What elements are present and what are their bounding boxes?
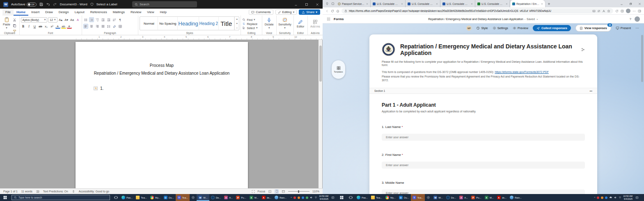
select-button[interactable]: Select▾ <box>242 26 260 30</box>
style-heading2[interactable]: Heading 2 <box>199 17 219 30</box>
focus-button[interactable]: Focus <box>258 190 266 193</box>
italic-icon[interactable]: I <box>27 24 32 29</box>
find-button[interactable]: Find▾ <box>242 18 260 21</box>
browser-tab-2[interactable]: U.S. Consulate General Melbou... <box>371 0 406 7</box>
tab-actions-icon[interactable] <box>331 2 335 5</box>
accessibility-status[interactable]: Accessibility: Good to go <box>79 190 109 193</box>
chevron-down-icon[interactable]: ⌄ <box>536 17 539 21</box>
restore-icon[interactable] <box>626 0 635 7</box>
word-search-input[interactable] <box>140 2 195 6</box>
browser-menu-icon[interactable] <box>633 9 636 13</box>
pilcrow-icon[interactable]: ¶ <box>118 17 123 22</box>
minimize-icon[interactable] <box>617 0 626 7</box>
home-icon[interactable] <box>336 9 339 13</box>
replace-button[interactable]: Replace <box>242 22 260 25</box>
start-button-secondary[interactable] <box>337 194 347 201</box>
close-tab-icon[interactable] <box>401 3 403 5</box>
ds3072-link[interactable]: https://eforms.state.gov/Forms/ds3072.PD… <box>495 71 548 73</box>
first-name-input[interactable] <box>382 162 585 169</box>
preview-button[interactable]: Preview <box>513 26 528 30</box>
print-layout-icon[interactable] <box>275 190 279 194</box>
tab-layout[interactable]: Layout <box>72 9 87 16</box>
numbering-icon[interactable] <box>89 17 94 22</box>
style-no-spacing[interactable]: No Spacing <box>158 17 178 30</box>
bullets-icon[interactable] <box>83 17 88 22</box>
close-tab-icon[interactable] <box>436 3 438 5</box>
tab-home[interactable]: Home <box>14 9 28 16</box>
decrease-indent-icon[interactable] <box>101 17 105 22</box>
clear-formatting-icon[interactable]: A <box>76 17 80 22</box>
toolbar-more-icon[interactable] <box>635 26 639 30</box>
taskbar-app-a[interactable]: AA... <box>458 194 470 201</box>
taskbar-app-word[interactable]: WW... <box>197 194 209 201</box>
cut-icon[interactable] <box>12 17 17 22</box>
proofing-icon[interactable] <box>36 190 39 193</box>
doc-list-item[interactable]: 1. <box>94 86 248 91</box>
tray-icon[interactable] <box>298 196 300 199</box>
align-left-icon[interactable] <box>83 24 88 29</box>
branch-icon[interactable] <box>581 48 585 52</box>
browser-profile-avatar[interactable] <box>626 9 630 13</box>
hidden-icons-chevron[interactable]: ^ <box>594 196 595 199</box>
tab-design[interactable]: Design <box>56 9 72 16</box>
document-page[interactable]: Process Map Repatriation / Emergency Med… <box>76 42 248 188</box>
autosave-switch[interactable]: Off <box>27 2 37 7</box>
web-layout-icon[interactable] <box>282 190 285 193</box>
browser-tab-3[interactable]: U.S. Consulate General Melbou... <box>406 0 440 7</box>
align-right-icon[interactable] <box>95 24 100 29</box>
tab-mailings[interactable]: Mailings <box>110 9 128 16</box>
style-heading1[interactable]: Heading <box>178 17 199 30</box>
browser-tab-5[interactable]: U.S. Consulate General Melbou... <box>475 0 510 7</box>
volume-icon[interactable] <box>310 196 313 199</box>
tab-references[interactable]: References <box>87 9 110 16</box>
onedrive-icon[interactable] <box>609 196 612 199</box>
read-aloud-icon[interactable] <box>602 9 605 13</box>
close-tab-icon[interactable] <box>366 3 368 5</box>
new-tab-icon[interactable] <box>548 2 550 5</box>
taskbar-app-weather[interactable]: Rain... <box>508 194 523 201</box>
volume-icon[interactable] <box>614 196 617 199</box>
taskbar-app-chrome[interactable]: My... <box>384 194 397 201</box>
action-center-icon[interactable] <box>634 196 640 199</box>
start-button[interactable] <box>0 194 10 201</box>
word-scrollbar[interactable] <box>319 40 322 188</box>
autocorrect-icon[interactable] <box>94 87 98 90</box>
share-button[interactable]: Share ▾ <box>299 9 320 15</box>
sensitivity-button[interactable]: Sensitivity▾ <box>278 16 292 30</box>
ruler[interactable]: 1 2 3 4 5 6 7 8 9 10 <box>0 35 323 40</box>
browser-tab-active[interactable]: Repatriation / Emergency Medi... <box>510 0 545 7</box>
taskbar-app-word[interactable]: WW... <box>432 194 444 201</box>
taskbar-app-settings[interactable] <box>190 194 197 201</box>
style-title[interactable]: Title <box>219 17 234 30</box>
increase-indent-icon[interactable] <box>106 17 111 22</box>
close-icon[interactable] <box>635 0 644 7</box>
strikethrough-icon[interactable]: ab <box>38 24 43 29</box>
taskbar-app-a[interactable]: AA... <box>222 194 234 201</box>
url-field[interactable]: https://forms.office.com/Pages/DesignPag… <box>341 8 613 14</box>
editor-button[interactable]: Editor <box>295 16 306 30</box>
undo-icon[interactable] <box>46 2 50 6</box>
hidden-icons-chevron[interactable]: ^ <box>291 196 292 199</box>
text-effects-icon[interactable]: A <box>55 24 60 29</box>
part-heading[interactable]: Part 1 - Adult Applicant Application to … <box>369 102 597 113</box>
taskbar-app-folder[interactable]: Tea... <box>369 194 384 201</box>
redo-icon[interactable] <box>53 2 57 6</box>
superscript-icon[interactable]: x² <box>50 24 55 29</box>
task-view-icon[interactable] <box>112 194 120 201</box>
taskbar-app-acrobat[interactable]: Ads... <box>495 194 508 201</box>
collect-responses-button[interactable]: Collect responses <box>533 25 571 31</box>
close-icon[interactable] <box>312 0 323 9</box>
borders-icon[interactable] <box>118 24 123 29</box>
question-middle-name[interactable]: 3. Middle Name <box>369 181 597 194</box>
grow-font-icon[interactable]: A▴ <box>58 17 63 22</box>
align-center-icon[interactable] <box>89 24 94 29</box>
highlight-icon[interactable]: ab <box>61 24 66 29</box>
section-menu-icon[interactable]: ••• <box>589 89 592 92</box>
presence-badge[interactable]: NP <box>466 25 472 31</box>
paste-button[interactable]: Paste▾ <box>1 16 12 30</box>
dictate-button[interactable]: Dictate▾ <box>264 16 275 30</box>
tray-icon[interactable] <box>601 196 603 199</box>
tab-view[interactable]: View <box>144 9 157 16</box>
justify-icon[interactable] <box>101 24 105 29</box>
clock-left[interactable]: 10:50 AM 6/4/2025 <box>319 195 328 200</box>
